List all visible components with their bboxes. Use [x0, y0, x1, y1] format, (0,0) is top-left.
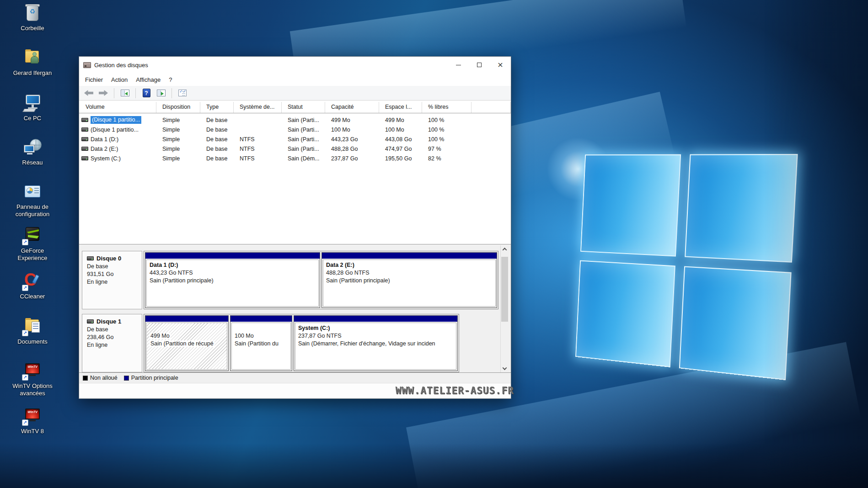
legend-label: Partition principale — [131, 375, 178, 381]
action-pane-icon — [157, 90, 166, 96]
back-arrow-icon — [84, 90, 93, 96]
forward-button[interactable] — [97, 88, 109, 99]
desktop-icon-label: Panneau de configuration — [6, 203, 59, 218]
cell-statut: Sain (Parti... — [282, 136, 325, 143]
partition-system-c[interactable]: System (C:) 237,87 Go NTFS Sain (Démarre… — [294, 315, 458, 371]
minimize-button[interactable] — [448, 57, 469, 73]
windows-logo-pane — [580, 154, 681, 257]
menu-fichier[interactable]: Fichier — [81, 74, 107, 85]
col-systeme[interactable]: Système de... — [234, 102, 282, 113]
watermark-text: WWW.ATELIER-ASUS.FR — [369, 385, 514, 396]
menu-action[interactable]: Action — [107, 74, 132, 85]
cell-fs: NTFS — [234, 155, 282, 162]
maximize-button[interactable] — [469, 57, 490, 73]
vertical-scrollbar[interactable] — [500, 245, 508, 372]
legend-swatch-black — [83, 376, 88, 381]
minimize-icon — [456, 65, 461, 65]
disk-type: De base — [87, 263, 137, 270]
table-row[interactable]: Data 1 (D:) Simple De base NTFS Sain (Pa… — [79, 134, 511, 144]
partition-name — [150, 324, 224, 332]
disk-type: De base — [87, 326, 137, 333]
table-row[interactable]: (Disque 1 partitio... Simple De base Sai… — [79, 125, 511, 134]
desktop-icon-label: Ce PC — [6, 115, 59, 122]
table-row[interactable]: Data 2 (E:) Simple De base NTFS Sain (Pa… — [79, 144, 511, 154]
partition-recovery-selected[interactable]: 499 Mo Sain (Partition de récupé — [145, 315, 229, 371]
desktop-icon-control-panel[interactable]: Panneau de configuration — [6, 182, 59, 218]
partition-name: System (C:) — [298, 324, 453, 332]
table-row[interactable]: System (C:) Simple De base NTFS Sain (Dé… — [79, 154, 511, 163]
scrollbar-thumb[interactable] — [501, 257, 508, 322]
desktop-icon-network[interactable]: Réseau — [6, 138, 59, 166]
cell-disposition: Simple — [156, 127, 200, 133]
disk0-label-panel[interactable]: Disque 0 De base 931,51 Go En ligne — [82, 251, 142, 309]
user-folder-icon — [21, 48, 43, 68]
titlebar[interactable]: Gestion des disques × — [79, 57, 511, 73]
col-type[interactable]: Type — [200, 102, 234, 113]
close-icon: × — [497, 61, 503, 69]
disk-row-0: Disque 0 De base 931,51 Go En ligne Data… — [82, 251, 498, 309]
desktop-icon-geforce[interactable]: ↗ GeForce Experience — [6, 226, 59, 262]
table-row[interactable]: (Disque 1 partitio... Simple De base Sai… — [79, 115, 511, 125]
cell-type: De base — [200, 146, 234, 152]
partition-status: Sain (Partition principale) — [326, 277, 493, 285]
scroll-down-button[interactable] — [501, 365, 509, 372]
desktop-icon-label: Corbeille — [6, 25, 59, 32]
volume-name: Data 2 (E:) — [91, 146, 118, 152]
logo-corner-glow — [547, 137, 611, 201]
partition-status: Sain (Partition de récupé — [150, 340, 214, 347]
volume-icon — [81, 118, 88, 122]
partition-system-reserved[interactable]: 100 Mo Sain (Partition du — [230, 315, 292, 371]
volume-table-header[interactable]: Volume Disposition Type Système de... St… — [79, 102, 511, 113]
console-tree-button[interactable] — [119, 88, 131, 99]
cell-type: De base — [200, 117, 234, 123]
cell-libres: 97 % — [422, 146, 472, 152]
partition-data2[interactable]: Data 2 (E:) 488,28 Go NTFS Sain (Partiti… — [321, 252, 497, 308]
scroll-up-button[interactable] — [501, 245, 509, 253]
col-disposition[interactable]: Disposition — [156, 102, 200, 113]
desktop-icon-label: WinTV Options avancées — [6, 382, 59, 397]
partition-color-bar — [230, 316, 292, 322]
partition-data1[interactable]: Data 1 (D:) 443,23 Go NTFS Sain (Partiti… — [145, 252, 320, 308]
legend-label: Non alloué — [90, 375, 118, 381]
desktop-icon-wintv-options[interactable]: WinTV ↗ WinTV Options avancées — [6, 361, 59, 397]
back-button[interactable] — [83, 88, 95, 99]
recycle-bin-icon: ♻ — [21, 4, 43, 23]
volume-name: System (C:) — [91, 155, 121, 162]
desktop-icon-this-pc[interactable]: Ce PC — [6, 94, 59, 122]
menu-help[interactable]: ? — [165, 74, 176, 85]
action-pane-button[interactable] — [155, 88, 167, 99]
desktop-icon-ccleaner[interactable]: C ↗ CCleaner — [6, 272, 59, 300]
desktop-icon-user-folder[interactable]: Gerard Ifergan — [6, 48, 59, 77]
desktop-icon-wintv8[interactable]: WinTV ↗ WinTV 8 — [6, 407, 59, 435]
cell-disposition: Simple — [156, 155, 200, 162]
window-title: Gestion des disques — [94, 62, 148, 69]
desktop-icon-corbeille[interactable]: ♻ Corbeille — [6, 4, 59, 32]
close-button[interactable]: × — [490, 57, 511, 73]
menu-affichage[interactable]: Affichage — [132, 74, 165, 85]
cell-libres: 100 % — [422, 117, 472, 123]
disk-management-window: Gestion des disques × Fichier Action Aff… — [79, 56, 511, 399]
cell-statut: Sain (Parti... — [282, 117, 325, 123]
desktop-icon-label: WinTV 8 — [6, 428, 59, 435]
shortcut-arrow-icon: ↗ — [22, 285, 28, 291]
volume-icon — [81, 127, 88, 132]
desktop-icon-label: Réseau — [6, 159, 59, 166]
desktop-icon-documents[interactable]: ↗ Documents — [6, 317, 59, 345]
properties-button[interactable]: ✓✓ — [177, 88, 188, 99]
toolbar-separator — [114, 88, 114, 98]
geforce-icon: ↗ — [21, 226, 43, 245]
cell-type: De base — [200, 127, 234, 133]
disk1-label-panel[interactable]: Disque 1 De base 238,46 Go En ligne — [82, 314, 142, 372]
col-volume[interactable]: Volume — [79, 102, 156, 113]
cell-statut: Sain (Parti... — [282, 146, 325, 152]
help-button[interactable]: ? — [140, 88, 152, 99]
col-libres[interactable]: % libres — [422, 102, 472, 113]
graphical-view: Disque 0 De base 931,51 Go En ligne Data… — [79, 244, 511, 372]
cell-espace: 443,08 Go — [379, 136, 422, 143]
disk1-partitions: 499 Mo Sain (Partition de récupé 100 Mo … — [144, 314, 459, 372]
col-capacite[interactable]: Capacité — [325, 102, 379, 113]
col-espace[interactable]: Espace l... — [379, 102, 422, 113]
partition-size: 488,28 Go NTFS — [326, 269, 493, 277]
legend-bar: Non alloué Partition principale — [79, 372, 511, 383]
col-statut[interactable]: Statut — [282, 102, 325, 113]
